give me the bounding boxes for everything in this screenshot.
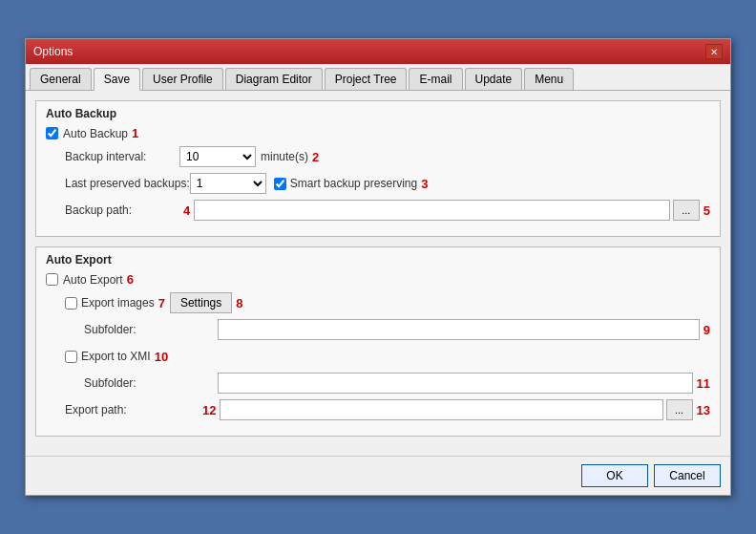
badge-11: 11 [697,376,710,391]
smart-backup-label: Smart backup preserving [290,177,417,190]
badge-10: 10 [155,350,168,364]
title-bar: Options ✕ [26,39,730,64]
window-title: Options [33,45,73,58]
subfolder2-row: Subfolder: 11 [46,373,710,394]
badge-4: 4 [183,203,190,218]
tab-diagram-editor[interactable]: Diagram Editor [225,68,323,90]
badge-6: 6 [127,272,134,287]
last-preserved-label: Last preserved backups: [46,177,190,190]
tab-email[interactable]: E-mail [409,68,462,90]
last-preserved-row: Last preserved backups: 1 Smart backup p… [46,173,710,194]
export-path-input[interactable] [220,399,662,420]
tab-menu[interactable]: Menu [524,68,574,90]
backup-interval-select[interactable]: 10 [179,146,256,167]
smart-backup-checkbox[interactable] [274,178,286,190]
bottom-bar: OK Cancel [26,456,730,495]
smart-backup-checkbox-row: Smart backup preserving [274,177,417,190]
auto-export-section: Auto Export Auto Export 6 Export images … [35,246,721,437]
cancel-button[interactable]: Cancel [654,464,721,487]
tab-general[interactable]: General [30,68,92,90]
auto-backup-section-label: Auto Backup [46,107,710,120]
export-images-row: Export images 7 Settings 8 [46,292,710,313]
last-preserved-select[interactable]: 1 [190,173,266,194]
backup-path-input[interactable] [194,200,670,221]
badge-3: 3 [421,177,428,191]
subfolder1-label: Subfolder: [84,323,218,336]
auto-backup-checkbox[interactable] [46,127,58,139]
export-xmi-checkbox-row: Export to XMI [65,350,151,363]
badge-8: 8 [236,296,242,310]
subfolder1-row: Subfolder: 9 [46,319,710,340]
backup-path-row: Backup path: 4 ... 5 [46,200,710,221]
backup-interval-label: Backup interval: [46,150,179,163]
badge-7: 7 [158,296,165,310]
subfolder1-input[interactable] [218,319,700,340]
smart-backup-row: Smart backup preserving 3 [274,177,429,191]
auto-export-checkbox[interactable] [46,273,58,286]
auto-backup-section: Auto Backup Auto Backup 1 Backup interva… [35,100,721,237]
settings-button[interactable]: Settings [170,292,232,313]
auto-backup-row: Auto Backup 1 [46,126,710,140]
auto-export-row: Auto Export 6 [46,272,710,287]
backup-path-label: Backup path: [46,203,179,217]
options-dialog: Options ✕ General Save User Profile Diag… [25,38,731,496]
badge-2: 2 [312,150,319,164]
tab-project-tree[interactable]: Project Tree [325,68,408,90]
badge-9: 9 [704,323,710,337]
tab-save[interactable]: Save [94,68,140,91]
badge-5: 5 [704,203,710,218]
close-button[interactable]: ✕ [705,44,723,59]
badge-12: 12 [202,403,216,417]
export-xmi-row: Export to XMI 10 [46,346,710,367]
export-images-label: Export images [81,296,155,310]
export-browse-button[interactable]: ... [666,399,693,420]
tab-update[interactable]: Update [465,68,523,90]
export-path-label: Export path: [65,403,199,417]
backup-browse-button[interactable]: ... [673,200,700,221]
badge-1: 1 [132,126,138,140]
backup-interval-row: Backup interval: 10 minute(s) 2 [46,146,710,167]
tab-user-profile[interactable]: User Profile [142,68,223,90]
backup-interval-unit: minute(s) [261,150,308,163]
badge-13: 13 [697,403,710,417]
subfolder2-label: Subfolder: [84,376,218,390]
export-xmi-checkbox[interactable] [65,351,77,363]
auto-export-section-label: Auto Export [46,253,710,267]
export-images-checkbox-row: Export images [65,296,155,310]
export-images-checkbox[interactable] [65,297,77,310]
tabs-bar: General Save User Profile Diagram Editor… [26,64,730,91]
main-content: Auto Backup Auto Backup 1 Backup interva… [26,91,730,456]
ok-button[interactable]: OK [581,464,648,487]
export-xmi-label: Export to XMI [81,350,151,363]
subfolder2-input[interactable] [218,373,693,394]
auto-export-label: Auto Export [63,273,123,287]
export-path-row: Export path: 12 ... 13 [46,399,710,420]
auto-backup-label: Auto Backup [63,127,128,140]
